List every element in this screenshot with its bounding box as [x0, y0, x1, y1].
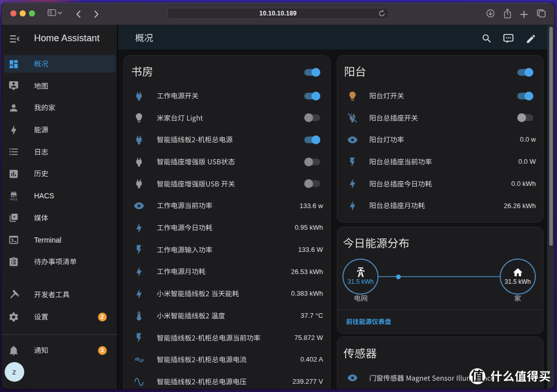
svg-text:HACS: HACS — [10, 197, 18, 200]
